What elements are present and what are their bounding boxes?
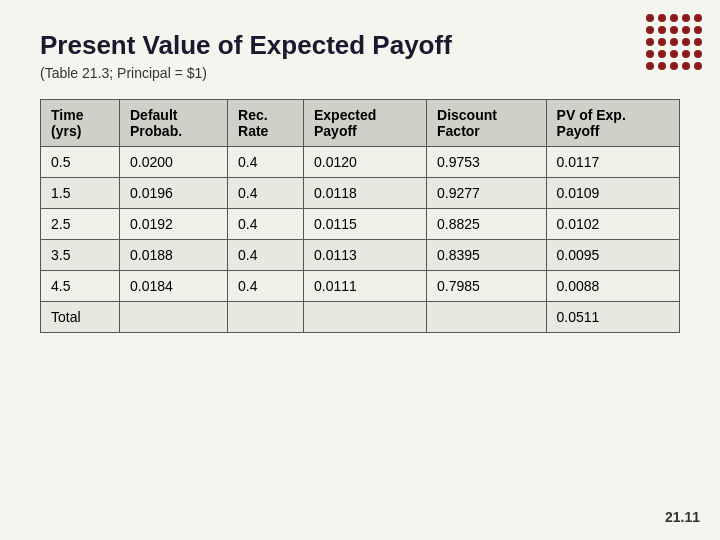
- table-cell: 0.5: [41, 147, 120, 178]
- table-cell: 0.0118: [303, 178, 426, 209]
- table-cell: 0.0113: [303, 240, 426, 271]
- table-row: 2.50.01920.40.01150.88250.0102: [41, 209, 680, 240]
- table-cell: 0.8825: [427, 209, 547, 240]
- svg-point-8: [682, 26, 690, 34]
- svg-point-1: [658, 14, 666, 22]
- table-cell: 0.0188: [119, 240, 227, 271]
- table-cell: 0.0102: [546, 209, 679, 240]
- svg-point-4: [694, 14, 702, 22]
- table-cell: 3.5: [41, 240, 120, 271]
- table-cell: 0.4: [228, 240, 304, 271]
- col-header-expected: ExpectedPayoff: [303, 100, 426, 147]
- table-cell: 0.7985: [427, 271, 547, 302]
- table-cell: 0.9277: [427, 178, 547, 209]
- table-cell: 0.4: [228, 209, 304, 240]
- table-cell: 0.0111: [303, 271, 426, 302]
- table-cell: 0.0192: [119, 209, 227, 240]
- svg-point-3: [682, 14, 690, 22]
- table-cell: 0.0120: [303, 147, 426, 178]
- svg-point-18: [682, 50, 690, 58]
- svg-point-2: [670, 14, 678, 22]
- table-cell: 0.0184: [119, 271, 227, 302]
- table-cell: [119, 302, 227, 333]
- dots-decoration: [630, 10, 710, 90]
- data-table: Time(yrs) DefaultProbab. Rec.Rate Expect…: [40, 99, 680, 333]
- table-cell: 0.0117: [546, 147, 679, 178]
- svg-point-15: [646, 50, 654, 58]
- table-cell: 0.0196: [119, 178, 227, 209]
- svg-point-0: [646, 14, 654, 22]
- svg-point-7: [670, 26, 678, 34]
- table-cell: 0.4: [228, 178, 304, 209]
- svg-point-24: [694, 62, 702, 70]
- table-row: 3.50.01880.40.01130.83950.0095: [41, 240, 680, 271]
- svg-point-11: [658, 38, 666, 46]
- svg-point-5: [646, 26, 654, 34]
- svg-point-22: [670, 62, 678, 70]
- table-cell: 0.9753: [427, 147, 547, 178]
- svg-point-17: [670, 50, 678, 58]
- svg-point-12: [670, 38, 678, 46]
- svg-point-20: [646, 62, 654, 70]
- col-header-rec: Rec.Rate: [228, 100, 304, 147]
- table-cell: 2.5: [41, 209, 120, 240]
- table-cell: [427, 302, 547, 333]
- table-row: 1.50.01960.40.01180.92770.0109: [41, 178, 680, 209]
- col-header-default: DefaultProbab.: [119, 100, 227, 147]
- svg-point-14: [694, 38, 702, 46]
- main-page: Present Value of Expected Payoff (Table …: [0, 0, 720, 540]
- table-cell: [228, 302, 304, 333]
- svg-point-21: [658, 62, 666, 70]
- svg-point-13: [682, 38, 690, 46]
- svg-point-9: [694, 26, 702, 34]
- table-cell: 0.4: [228, 147, 304, 178]
- table-cell: 0.0109: [546, 178, 679, 209]
- svg-point-10: [646, 38, 654, 46]
- table-cell: 0.0200: [119, 147, 227, 178]
- table-row: 0.50.02000.40.01200.97530.0117: [41, 147, 680, 178]
- table-cell: [303, 302, 426, 333]
- table-cell: 0.4: [228, 271, 304, 302]
- page-subtitle: (Table 21.3; Principal = $1): [40, 65, 680, 81]
- table-cell: 0.0088: [546, 271, 679, 302]
- svg-point-19: [694, 50, 702, 58]
- table-cell: 0.0095: [546, 240, 679, 271]
- col-header-time: Time(yrs): [41, 100, 120, 147]
- table-cell: 1.5: [41, 178, 120, 209]
- table-cell: 0.0511: [546, 302, 679, 333]
- table-cell: 4.5: [41, 271, 120, 302]
- col-header-discount: DiscountFactor: [427, 100, 547, 147]
- page-title: Present Value of Expected Payoff: [40, 30, 680, 61]
- page-number: 21.11: [665, 509, 700, 525]
- table-row: 4.50.01840.40.01110.79850.0088: [41, 271, 680, 302]
- svg-point-16: [658, 50, 666, 58]
- svg-point-23: [682, 62, 690, 70]
- table-cell: Total: [41, 302, 120, 333]
- col-header-pv: PV of Exp.Payoff: [546, 100, 679, 147]
- svg-point-6: [658, 26, 666, 34]
- table-header-row: Time(yrs) DefaultProbab. Rec.Rate Expect…: [41, 100, 680, 147]
- table-cell: 0.8395: [427, 240, 547, 271]
- table-row: Total0.0511: [41, 302, 680, 333]
- table-cell: 0.0115: [303, 209, 426, 240]
